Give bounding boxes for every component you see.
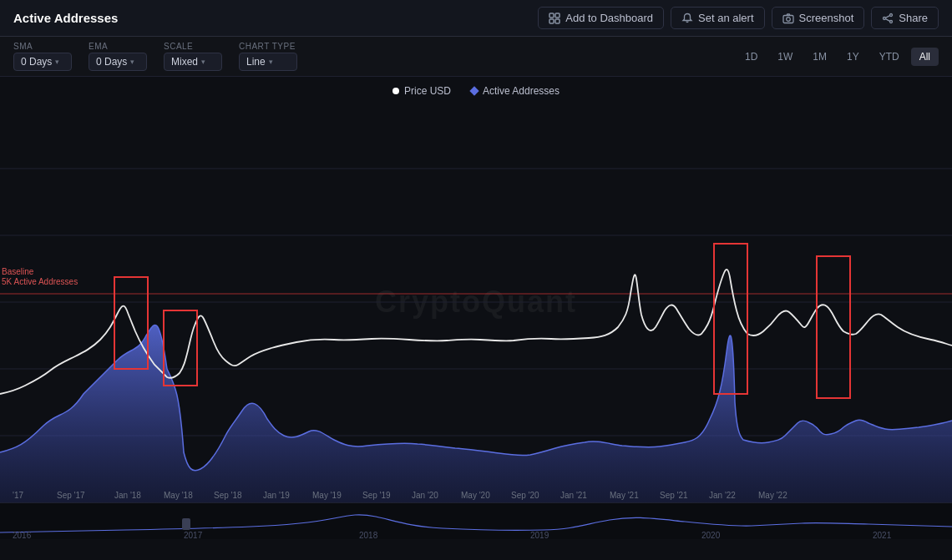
ema-label: EMA bbox=[89, 42, 147, 51]
time-1w-button[interactable]: 1W bbox=[769, 48, 801, 66]
sma-value: 0 Days bbox=[21, 56, 52, 68]
svg-rect-3 bbox=[555, 19, 560, 23]
scale-select[interactable]: Mixed ▾ bbox=[164, 53, 222, 71]
page-title: Active Addresses bbox=[13, 11, 118, 25]
chart-legend: Price USD Active Addresses Last Value: bbox=[0, 77, 952, 102]
svg-rect-0 bbox=[549, 13, 554, 18]
scale-value: Mixed bbox=[171, 56, 198, 68]
active-addresses-label: Active Addresses bbox=[483, 85, 560, 97]
time-1d-button[interactable]: 1D bbox=[737, 48, 766, 66]
mini-chart-svg: 2016 2017 2018 2019 2020 2021 bbox=[0, 503, 952, 540]
svg-text:2020: 2020 bbox=[701, 531, 721, 540]
scale-chevron: ▾ bbox=[201, 58, 205, 66]
sma-control: SMA 0 Days ▾ bbox=[13, 42, 72, 71]
share-button[interactable]: Share bbox=[871, 7, 939, 29]
svg-text:Jan '21: Jan '21 bbox=[560, 491, 587, 500]
svg-text:Jan '19: Jan '19 bbox=[263, 491, 290, 500]
svg-text:'17: '17 bbox=[13, 491, 23, 500]
title-text: Active Addresses bbox=[13, 11, 118, 25]
svg-text:Sep '21: Sep '21 bbox=[660, 491, 688, 500]
time-ytd-button[interactable]: YTD bbox=[871, 48, 908, 66]
bell-icon bbox=[681, 13, 693, 24]
ema-control: EMA 0 Days ▾ bbox=[89, 42, 147, 71]
svg-point-6 bbox=[890, 13, 893, 16]
main-chart-svg: '17 Sep '17 Jan '18 May '18 Sep '18 Jan … bbox=[0, 102, 952, 502]
chart-type-control: Chart Type Line ▾ bbox=[239, 42, 297, 71]
svg-rect-38 bbox=[182, 518, 190, 530]
screenshot-button[interactable]: Screenshot bbox=[772, 7, 865, 29]
chart-type-value: Line bbox=[246, 56, 266, 68]
legend-price-usd: Price USD bbox=[392, 85, 451, 97]
chart-type-chevron: ▾ bbox=[269, 58, 273, 66]
svg-text:Jan '22: Jan '22 bbox=[709, 491, 736, 500]
svg-point-7 bbox=[884, 17, 886, 19]
svg-text:2017: 2017 bbox=[184, 531, 203, 540]
svg-text:May '19: May '19 bbox=[312, 491, 342, 500]
controls-bar: SMA 0 Days ▾ EMA 0 Days ▾ Scale Mixed ▾ … bbox=[0, 37, 952, 77]
svg-text:Sep '20: Sep '20 bbox=[511, 491, 539, 500]
camera-icon bbox=[782, 13, 794, 24]
set-alert-label: Set an alert bbox=[698, 12, 754, 24]
svg-text:2018: 2018 bbox=[359, 531, 378, 540]
svg-rect-2 bbox=[549, 19, 554, 23]
svg-text:Jan '20: Jan '20 bbox=[412, 491, 438, 500]
sma-label: SMA bbox=[13, 42, 72, 51]
svg-text:May '18: May '18 bbox=[164, 491, 193, 500]
controls-left: SMA 0 Days ▾ EMA 0 Days ▾ Scale Mixed ▾ … bbox=[13, 42, 297, 71]
ema-select[interactable]: 0 Days ▾ bbox=[89, 53, 147, 71]
svg-rect-1 bbox=[555, 13, 560, 18]
price-usd-label: Price USD bbox=[404, 85, 451, 97]
header-actions: Add to Dashboard Set an alert Screenshot bbox=[538, 7, 939, 29]
time-range-buttons: 1D 1W 1M 1Y YTD All bbox=[737, 48, 939, 66]
active-addresses-indicator bbox=[469, 86, 479, 95]
price-usd-indicator bbox=[392, 88, 399, 94]
svg-text:2016: 2016 bbox=[13, 531, 32, 540]
sma-chevron: ▾ bbox=[55, 58, 59, 66]
chart-type-select[interactable]: Line ▾ bbox=[239, 53, 297, 71]
svg-point-5 bbox=[786, 17, 790, 21]
mini-chart: 2016 2017 2018 2019 2020 2021 bbox=[0, 502, 952, 539]
annotation-box-4 bbox=[817, 256, 850, 398]
svg-text:Sep '19: Sep '19 bbox=[362, 491, 391, 500]
svg-text:May '22: May '22 bbox=[758, 491, 787, 500]
scale-label: Scale bbox=[164, 42, 222, 51]
header: Active Addresses Add to Dashboard Set an… bbox=[0, 0, 952, 37]
svg-text:May '20: May '20 bbox=[461, 491, 490, 500]
svg-text:Jan '18: Jan '18 bbox=[114, 491, 141, 500]
svg-rect-4 bbox=[783, 15, 793, 23]
time-1y-button[interactable]: 1Y bbox=[838, 48, 868, 66]
svg-text:2021: 2021 bbox=[873, 531, 892, 540]
screenshot-label: Screenshot bbox=[799, 12, 854, 24]
legend-active-addresses: Active Addresses bbox=[471, 85, 560, 97]
svg-text:May '21: May '21 bbox=[610, 491, 639, 500]
dashboard-icon bbox=[549, 13, 560, 24]
ema-value: 0 Days bbox=[96, 56, 127, 68]
time-all-button[interactable]: All bbox=[911, 48, 939, 66]
sma-select[interactable]: 0 Days ▾ bbox=[13, 53, 72, 71]
svg-text:Sep '18: Sep '18 bbox=[214, 491, 242, 500]
scale-control: Scale Mixed ▾ bbox=[164, 42, 222, 71]
chart-area: CryptoQuant Baseline 5K Active Addresses bbox=[0, 102, 952, 502]
chart-type-label: Chart Type bbox=[239, 42, 297, 51]
set-alert-button[interactable]: Set an alert bbox=[671, 7, 765, 29]
share-icon bbox=[882, 13, 894, 24]
add-dashboard-label: Add to Dashboard bbox=[565, 12, 653, 24]
svg-text:2019: 2019 bbox=[530, 531, 549, 540]
add-dashboard-button[interactable]: Add to Dashboard bbox=[538, 7, 664, 29]
svg-text:Sep '17: Sep '17 bbox=[57, 491, 85, 500]
time-1m-button[interactable]: 1M bbox=[804, 48, 835, 66]
share-label: Share bbox=[899, 12, 928, 24]
svg-point-8 bbox=[890, 20, 893, 23]
ema-chevron: ▾ bbox=[130, 58, 134, 66]
